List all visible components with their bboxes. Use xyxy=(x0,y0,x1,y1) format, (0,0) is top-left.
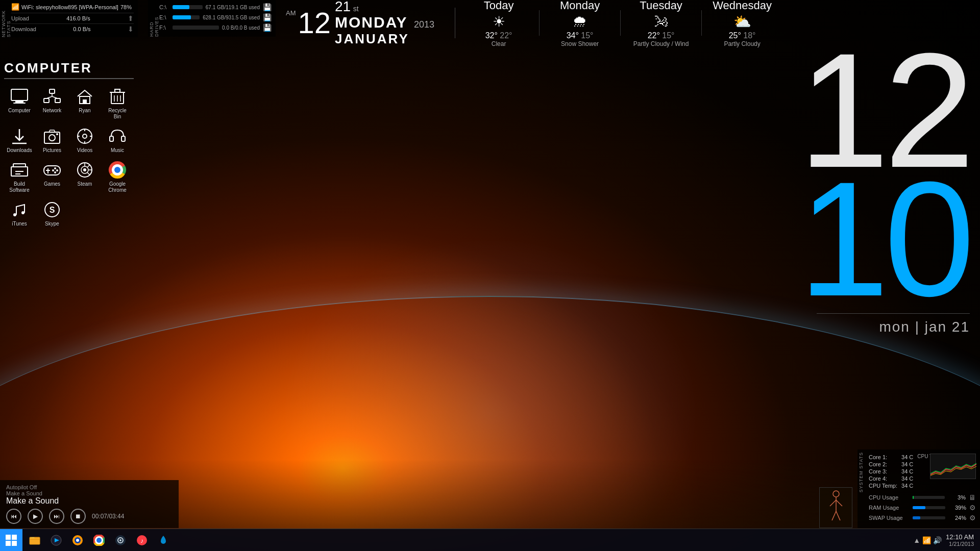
cpu-bar-fill xyxy=(913,496,914,499)
core-label-2: Core 3: xyxy=(869,468,887,474)
svg-text:S: S xyxy=(50,206,55,214)
drive-icon-1: 💾 xyxy=(263,13,272,21)
stop-button[interactable]: ⏹ xyxy=(70,509,86,524)
desktop-icon-videos[interactable]: Videos xyxy=(69,124,100,156)
wd-high-2: 22° xyxy=(648,31,660,40)
taskbar-time: 12:10 AM xyxy=(946,533,974,541)
core-value-4: 34 C xyxy=(901,483,913,489)
wd-temps-0: 32° 22° xyxy=(465,31,532,40)
download-label: Download xyxy=(11,26,36,32)
desktop-icon-games[interactable]: Games xyxy=(37,158,67,195)
taskbar-right: ▲ 📶 🔊 12:10 AM 1/21/2013 xyxy=(907,533,980,547)
drive-icon-2: 💾 xyxy=(263,23,272,32)
autopilot-status: Autopilot Off xyxy=(6,484,173,490)
wd-icon-0: ☀ xyxy=(465,13,532,30)
svg-rect-0 xyxy=(11,89,28,101)
icon-img-itunes xyxy=(9,199,30,220)
large-minute: 10 xyxy=(798,169,970,308)
ram-usage-pct: 39% xyxy=(948,505,966,511)
wifi-strength: 78% xyxy=(120,4,132,10)
icon-label-itunes: iTunes xyxy=(12,221,27,227)
prev-button[interactable]: ⏮ xyxy=(6,509,21,524)
core-row-2: Core 3: 34 C xyxy=(869,468,913,475)
ram-usage-label: RAM Usage xyxy=(869,505,910,511)
taskbar-chrome[interactable] xyxy=(89,530,109,550)
taskbar-raindrop[interactable] xyxy=(153,530,174,550)
hard-drives-panel: HARD DRIVES C:\ 67.1 GB/119.1 GB used 💾 … xyxy=(148,0,276,37)
icon-img-computer xyxy=(9,86,30,107)
taskbar-firefox[interactable] xyxy=(67,530,88,550)
taskbar-media-player[interactable] xyxy=(46,530,66,550)
upload-row: Upload 416.0 B/s ⬆ xyxy=(11,13,134,23)
svg-rect-28 xyxy=(121,136,125,141)
download-icon: ⬇ xyxy=(128,25,134,33)
icon-label-google-chrome: Google Chrome xyxy=(104,181,131,193)
drive-row-1: E:\ 628.1 GB/931.5 GB used 💾 xyxy=(159,13,272,21)
day-number: 21 xyxy=(335,0,351,14)
svg-point-51 xyxy=(21,211,24,214)
icon-label-computer: Computer xyxy=(8,108,31,114)
icon-img-downloads xyxy=(9,126,30,146)
cpu-icon: 🖥 xyxy=(969,493,976,502)
desktop-icon-ryan[interactable]: Ryan xyxy=(69,84,100,122)
wd-desc-3: Partly Cloudy xyxy=(709,40,775,47)
svg-point-72 xyxy=(97,538,101,542)
svg-rect-63 xyxy=(12,541,17,546)
desktop-icon-music[interactable]: Music xyxy=(102,124,133,156)
play-button[interactable]: ▶ xyxy=(28,509,43,524)
svg-rect-62 xyxy=(6,541,11,546)
desktop-icon-pictures[interactable]: Pictures xyxy=(37,124,67,156)
desktop-icon-downloads[interactable]: Downloads xyxy=(4,124,35,156)
icon-grid: Computer Network Ryan Recycle Bin Downlo… xyxy=(4,84,134,229)
taskbar-date: 1/21/2013 xyxy=(946,541,974,547)
weather-day-2: Tuesday 🌬 22° 15° Partly Cloudy / Wind xyxy=(628,0,694,47)
desktop-icon-google-chrome[interactable]: Google Chrome xyxy=(102,158,133,195)
taskbar-itunes[interactable]: ♪ xyxy=(132,530,152,550)
desktop-icon-skype[interactable]: S Skype xyxy=(37,197,67,229)
drives-content: C:\ 67.1 GB/119.1 GB used 💾 E:\ 628.1 GB… xyxy=(159,3,272,32)
svg-point-22 xyxy=(83,134,87,138)
icon-label-downloads: Downloads xyxy=(7,147,32,154)
svg-rect-4 xyxy=(44,98,49,103)
core-value-3: 34 C xyxy=(901,475,913,482)
drive-bar-container-1 xyxy=(173,15,200,19)
make-sound-label-sm: Make a Sound xyxy=(6,490,173,496)
desktop-icon-build-software[interactable]: Build Software xyxy=(4,158,35,195)
svg-rect-64 xyxy=(30,537,40,544)
desktop-icon-recycle-bin[interactable]: Recycle Bin xyxy=(102,84,133,122)
wifi-row: 📶 WiFi: sleepyhollow895 [WPA-Personal] 7… xyxy=(11,3,134,11)
drive-bar-0 xyxy=(173,5,189,9)
svg-point-50 xyxy=(13,213,16,216)
download-value: 0.0 B/s xyxy=(73,26,90,32)
drive-icon-0: 💾 xyxy=(263,3,272,11)
desktop-icon-itunes[interactable]: iTunes xyxy=(4,197,35,229)
core-label-4: CPU Temp: xyxy=(869,483,897,489)
weather-separator-3 xyxy=(701,10,702,36)
desktop-icon-computer[interactable]: Computer xyxy=(4,84,35,122)
cpu-usage-row: CPU Usage 3% 🖥 xyxy=(869,493,976,502)
taskbar-clock[interactable]: 12:10 AM 1/21/2013 xyxy=(946,533,974,547)
core-row-3: Core 4: 34 C xyxy=(869,475,913,482)
large-clock: 12 10 mon | jan 21 xyxy=(798,41,980,335)
desktop-icon-steam[interactable]: Steam xyxy=(69,158,100,195)
svg-point-39 xyxy=(52,169,54,171)
icon-img-ryan xyxy=(75,86,95,107)
core-row-4: CPU Temp: 34 C xyxy=(869,482,913,489)
desktop-icon-network[interactable]: Network xyxy=(37,84,67,122)
taskbar-steam[interactable] xyxy=(110,530,131,550)
svg-line-59 xyxy=(836,511,840,520)
start-button[interactable] xyxy=(0,529,22,552)
weather-container: Today ☀ 32° 22° Clear Monday 🌨 34° 15° S… xyxy=(465,0,775,47)
core-label-1: Core 2: xyxy=(869,461,887,467)
month: JANUARY xyxy=(335,31,434,47)
weather-separator-1 xyxy=(539,10,540,36)
icon-img-google-chrome xyxy=(107,160,128,180)
svg-point-69 xyxy=(76,539,79,542)
icon-label-recycle-bin: Recycle Bin xyxy=(104,108,131,120)
svg-point-38 xyxy=(54,171,56,173)
icon-label-network: Network xyxy=(43,108,62,114)
day-suffix: st xyxy=(353,5,359,13)
taskbar-explorer[interactable] xyxy=(24,530,45,550)
upload-label: Upload xyxy=(11,15,29,21)
next-button[interactable]: ⏭ xyxy=(49,509,64,524)
